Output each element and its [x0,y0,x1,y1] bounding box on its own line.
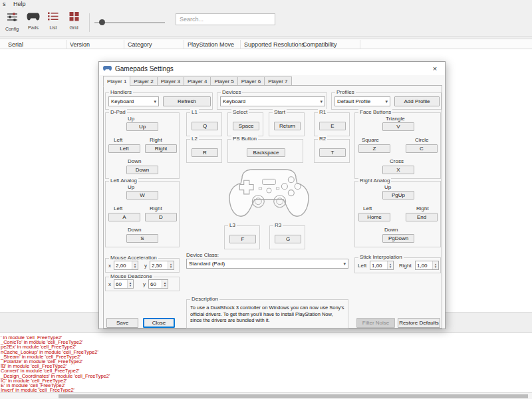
r3-button[interactable]: G [275,235,301,243]
stick-interp-right-spinbox[interactable]: 1,00 ▴▾ [415,261,439,270]
handlers-group: Handlers Keyboard ▾ Refresh [105,92,213,110]
tab-player-5[interactable]: Player 5 [211,76,237,86]
dpad-down-label: Down [128,158,141,164]
profile-select[interactable]: Default Profile ▾ [334,96,390,106]
spinner-arrows[interactable]: ▴▾ [387,261,393,269]
cross-button[interactable]: X [382,166,414,174]
description-group: Description To use a DualShock 3 control… [186,299,348,329]
right-analog-down-button[interactable]: PgDown [382,234,414,243]
horizontal-scrollbar[interactable] [0,392,532,399]
device-select[interactable]: Keyboard ▾ [220,96,325,106]
stick-interp-left-spinbox[interactable]: 1,00 ▴▾ [370,261,394,270]
left-analog-right-button[interactable]: D [145,213,177,221]
close-button[interactable]: Close [143,318,175,328]
log-line: _Design_Coordinates' in module 'cell_Fre… [1,374,532,378]
spinner-arrows[interactable]: ▴▾ [168,261,174,269]
refresh-button[interactable]: Refresh [163,96,211,106]
select-button[interactable]: Space [233,122,259,130]
mouse-deadzone-y-value: 60 [150,281,156,287]
square-button[interactable]: Z [358,144,390,153]
log-line: IC' in module 'cell_FreeType2' [1,378,532,383]
mouse-deadzone-y-spinbox[interactable]: 60 ▴▾ [148,279,168,289]
tab-player-6[interactable]: Player 6 [238,76,265,86]
mouse-accel-y-label: y [144,263,147,269]
menu-item-help[interactable]: Help [13,1,26,7]
dpad-up-button[interactable]: Up [126,122,158,131]
right-analog-right-button[interactable]: End [406,213,438,221]
toolbar-separator [89,13,90,32]
dialog-titlebar[interactable]: Gamepads Settings × [99,62,445,75]
right-analog-left-label: Left [363,205,372,211]
column-playstation-move[interactable]: PlayStation Move [188,41,234,48]
list-view-button[interactable]: List [43,11,63,34]
tab-player-4[interactable]: Player 4 [184,76,211,86]
grid-view-button[interactable]: Grid [64,11,84,34]
spinner-arrows[interactable]: ▴▾ [132,261,138,269]
left-analog-right-label: Right [150,205,162,211]
l2-button[interactable]: R [192,148,218,157]
spin-down-icon[interactable]: ▾ [435,265,437,268]
tab-player-2[interactable]: Player 2 [130,76,157,86]
circle-button[interactable]: C [406,144,438,153]
dpad-left-button[interactable]: Left [108,144,140,153]
menu-item-truncated[interactable]: s [3,1,6,7]
r2-button[interactable]: T [319,148,346,157]
column-separator [66,40,66,49]
close-icon[interactable]: × [429,63,441,74]
restore-defaults-button[interactable]: Restore Defaults [398,318,440,328]
column-compatibility[interactable]: Compatibility [303,41,337,48]
spin-down-icon[interactable]: ▾ [390,265,392,268]
column-serial[interactable]: Serial [8,41,23,48]
left-analog-down-label: Down [128,227,141,233]
profile-selected-value: Default Profile [337,98,370,104]
spin-down-icon[interactable]: ▾ [164,284,166,287]
right-analog-left-button[interactable]: Home [358,213,390,221]
right-analog-up-button[interactable]: PgUp [382,191,414,200]
config-button[interactable]: Config [2,11,22,34]
mouse-accel-y-spinbox[interactable]: 2,50 ▴▾ [150,261,174,270]
tab-player-7[interactable]: Player 7 [265,76,291,86]
horizontal-scrollbar-thumb[interactable] [59,394,528,398]
l1-legend: L1 [190,109,199,116]
pads-button[interactable]: Pads [23,11,43,34]
spinner-arrows[interactable]: ▴▾ [127,280,133,288]
dpad-right-button[interactable]: Right [145,144,177,153]
left-analog-up-button[interactable]: W [126,191,158,200]
player-tabbar: Player 1 Player 2 Player 3 Player 4 Play… [103,76,292,86]
r1-button[interactable]: E [319,122,346,130]
spin-down-icon[interactable]: ▾ [130,284,132,287]
search-input[interactable] [176,13,275,25]
ps-button[interactable]: Backspace [247,148,285,157]
l3-button[interactable]: F [229,235,256,243]
dpad-down-button[interactable]: Down [126,166,158,174]
handler-select[interactable]: Keyboard ▾ [108,96,159,106]
left-analog-down-button[interactable]: S [126,234,158,243]
spin-down-icon[interactable]: ▾ [134,265,136,268]
icon-size-slider-thumb[interactable] [99,19,105,25]
r1-group: R1 E [314,112,350,136]
l3-legend: L3 [228,222,237,229]
left-analog-left-button[interactable]: A [108,213,140,221]
stick-interp-right-label: Right [399,263,412,269]
l2-legend: L2 [190,136,199,142]
save-button[interactable]: Save [106,318,138,328]
column-version[interactable]: Version [70,41,90,48]
tab-player-1[interactable]: Player 1 [103,76,130,86]
right-analog-up-label: Up [384,184,391,190]
device-class-select[interactable]: Standard (Pad) ▾ [186,259,348,269]
spinner-arrows[interactable]: ▴▾ [432,261,438,269]
add-profile-button[interactable]: Add Profile [394,96,440,106]
spinner-arrows[interactable]: ▴▾ [162,280,168,288]
mouse-accel-x-spinbox[interactable]: 2,00 ▴▾ [114,261,138,270]
select-group: Select Space [227,112,263,136]
tab-player-3[interactable]: Player 3 [158,76,184,86]
stick-interp-left-label: Left [358,263,366,269]
column-supported-resolutions[interactable]: Supported Resolutions [244,41,305,48]
l1-button[interactable]: Q [192,122,218,130]
triangle-button[interactable]: V [382,122,414,131]
mouse-deadzone-x-spinbox[interactable]: 60 ▴▾ [114,279,134,289]
start-button[interactable]: Return [274,122,301,130]
spin-down-icon[interactable]: ▾ [170,265,172,268]
chevron-down-icon: ▾ [318,99,323,104]
column-category[interactable]: Category [128,41,152,48]
